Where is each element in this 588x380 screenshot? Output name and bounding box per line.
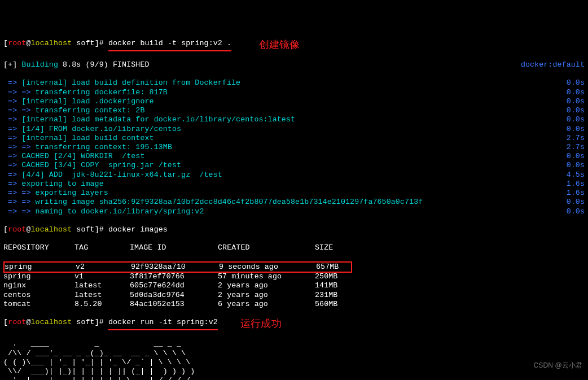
prompt-line-images: [root@localhost soft]# docker images xyxy=(3,225,585,234)
table-row: springv13f817ef7076657 minutes ago250MB xyxy=(3,272,585,281)
watermark: CSDN @云小君 xyxy=(534,361,582,370)
build-step: => [internal] load .dockerignore0.0s xyxy=(3,97,585,106)
annotation-run: 运行成功 xyxy=(240,318,281,330)
table-header: REPOSITORYTAGIMAGE IDCREATEDSIZE xyxy=(3,243,585,252)
build-step: => [1/4] FROM docker.io/library/centos0.… xyxy=(3,125,585,134)
backend-label: docker:default xyxy=(521,60,585,69)
cmd-build[interactable]: docker build -t spring:v2 . xyxy=(108,39,231,51)
build-step: => [internal] load metadata for docker.i… xyxy=(3,115,585,124)
build-step: => => transferring context: 2B0.0s xyxy=(3,106,585,115)
build-step: => => naming to docker.io/library/spring… xyxy=(3,207,585,216)
table-row: nginxlatest605c77e624dd2 years ago141MB xyxy=(3,281,585,290)
table-row: springv292f9328aa7109 seconds ago657MB xyxy=(3,262,585,272)
prompt-line-top: [root@localhost soft]# docker build -t s… xyxy=(3,39,585,51)
build-step: => CACHED [3/4] COPY spring.jar /test0.0… xyxy=(3,161,585,170)
cmd-run[interactable]: docker run -it spring:v2 xyxy=(108,318,218,330)
build-step: => [internal] load build context2.7s xyxy=(3,134,585,143)
build-step: => => writing image sha256:92f9328aa710b… xyxy=(3,198,585,207)
build-step: => => transferring dockerfile: 817B0.0s xyxy=(3,88,585,97)
ascii-art: . ____ _ __ _ _ /\\ / ___'_ __ _ _(_)_ _… xyxy=(3,339,585,380)
build-step: => => exporting layers1.6s xyxy=(3,189,585,198)
highlighted-row: springv292f9328aa7109 seconds ago657MB xyxy=(3,261,352,273)
prompt-line-run: [root@localhost soft]# docker run -it sp… xyxy=(3,318,585,330)
annotation-build: 创建镜像 xyxy=(259,39,300,51)
build-step: => CACHED [2/4] WORKDIR /test0.0s xyxy=(3,152,585,161)
table-row: centoslatest5d0da3dc97642 years ago231MB xyxy=(3,291,585,300)
build-step: => [internal] load build definition from… xyxy=(3,78,585,88)
build-step: => => transferring context: 195.13MB2.7s xyxy=(3,143,585,152)
table-row: tomcat8.5.2084ac1052e1536 years ago560MB xyxy=(3,300,585,309)
build-step: => [4/4] ADD jdk-8u221-linux-x64.tar.gz … xyxy=(3,171,585,180)
build-step: => exporting to image1.6s xyxy=(3,180,585,189)
cmd-images[interactable]: docker images xyxy=(108,225,168,234)
build-header: [+] Building 8.8s (9/9) FINISHEDdocker:d… xyxy=(3,60,585,69)
